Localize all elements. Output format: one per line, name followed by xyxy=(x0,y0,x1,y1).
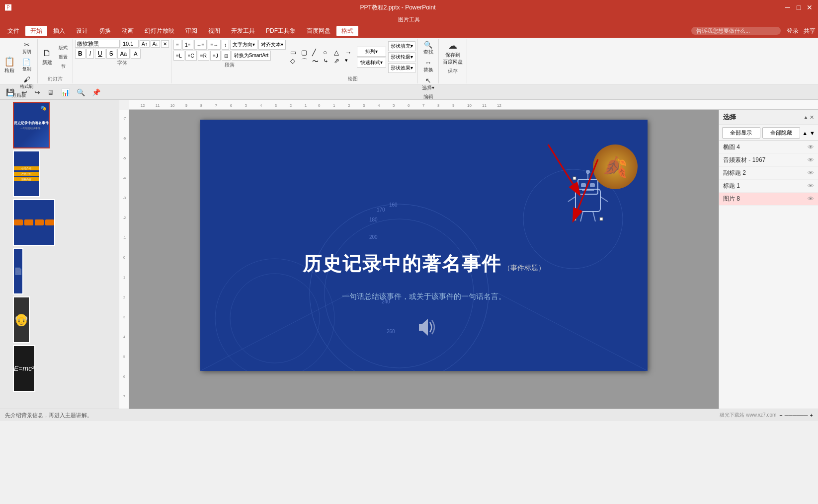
menu-review[interactable]: 审阅 xyxy=(180,26,202,36)
decrease-indent-button[interactable]: ←≡ xyxy=(194,40,207,50)
italic-button[interactable]: I xyxy=(86,49,94,59)
panel-close[interactable]: ✕ xyxy=(810,114,814,121)
eye-icon-ellipse[interactable]: 👁 xyxy=(808,144,814,151)
copy-button[interactable]: 📄复制 xyxy=(18,57,35,73)
panel-scroll-up[interactable]: ▲ xyxy=(803,114,809,121)
cut-button[interactable]: ✂剪切 xyxy=(18,40,35,56)
menu-pdf[interactable]: PDF工具集 xyxy=(261,26,301,36)
menu-home[interactable]: 开始 xyxy=(25,26,47,36)
slide-canvas[interactable]: 160 170 180 200 220 240 260 xyxy=(200,120,648,371)
save-button[interactable]: 💾 xyxy=(4,87,16,97)
autumn-image[interactable]: 🍂 xyxy=(593,144,638,189)
layout-button[interactable]: 版式 xyxy=(56,44,71,52)
font-size-decrease[interactable]: A↓ xyxy=(151,40,161,48)
shape-effect-button[interactable]: 形状效果▾ xyxy=(388,63,415,73)
close-button[interactable]: ✕ xyxy=(806,4,813,11)
subtitle-container[interactable]: 一句话总结该事件，或关于该事件的一句话名言。 xyxy=(200,292,648,301)
slide-thumbnail-2[interactable]: 公司介绍 产品介绍 涨薪内容 xyxy=(13,150,40,197)
menu-animation[interactable]: 动画 xyxy=(117,26,139,36)
smartart-button[interactable]: 转换为SmartArt xyxy=(232,51,271,61)
sel-item-audio[interactable]: 音频素材 - 1967 👁 xyxy=(719,154,818,167)
shape-rounded-rect[interactable]: ▢ xyxy=(301,49,311,56)
speaker-icon-container[interactable] xyxy=(411,315,436,341)
main-title-container[interactable]: 历史记录中的著名事件 （事件标题） xyxy=(200,251,648,277)
minimize-button[interactable]: ─ xyxy=(784,4,791,11)
reset-button[interactable]: 重置 xyxy=(56,53,71,62)
text-direction-button[interactable]: 文字方向▾ xyxy=(230,40,257,50)
login-link[interactable]: 登录 xyxy=(787,27,799,35)
underline-button[interactable]: U xyxy=(95,49,105,59)
shape-misc2[interactable]: ⌒ xyxy=(301,57,311,66)
shape-misc4[interactable]: ⤷ xyxy=(323,57,333,66)
chart-button[interactable]: 📊 xyxy=(59,87,72,97)
clear-format-button[interactable]: ✕ xyxy=(161,40,169,48)
sel-item-title[interactable]: 标题 1 👁 xyxy=(719,180,818,193)
increase-indent-button[interactable]: ≡→ xyxy=(208,40,221,50)
find-button[interactable]: 🔍查找 xyxy=(420,40,436,57)
bold-button[interactable]: B xyxy=(75,49,85,59)
shape-arrow[interactable]: → xyxy=(345,49,355,56)
share-link[interactable]: 共享 xyxy=(804,27,816,35)
slide-thumbnail-6[interactable]: E=mc² xyxy=(13,345,35,392)
replace-button[interactable]: ↔替换 xyxy=(420,58,436,74)
panel-sort-up[interactable]: ▲ xyxy=(802,127,808,139)
menu-transition[interactable]: 切换 xyxy=(94,26,116,36)
slide-thumbnail-3[interactable] xyxy=(13,199,55,246)
shape-more[interactable]: ▾ xyxy=(345,57,355,66)
align-right-button[interactable]: ≡R xyxy=(198,51,209,61)
align-text-button[interactable]: 对齐文本▾ xyxy=(258,40,286,50)
sel-item-image[interactable]: 图片 8 👁 xyxy=(719,193,818,206)
shape-oval[interactable]: ○ xyxy=(323,49,333,56)
shape-misc1[interactable]: ◇ xyxy=(290,57,300,66)
zoom-out-button[interactable]: − xyxy=(779,412,782,418)
accessibility-button[interactable]: 📌 xyxy=(90,87,102,97)
arrange-button[interactable]: 排列▾ xyxy=(357,47,386,57)
redo-button[interactable]: ↪ xyxy=(32,87,42,97)
zoom-button[interactable]: 🔍 xyxy=(75,87,87,97)
slide-thumbnail-1[interactable]: 历史记录中的著名事件 一句话总结该事件... 🎭 xyxy=(13,102,50,148)
hide-all-button[interactable]: 全部隐藏 xyxy=(762,127,801,139)
shape-line[interactable]: ╱ xyxy=(312,49,322,56)
section-button[interactable]: 节 xyxy=(56,63,71,71)
strikethrough-button[interactable]: S xyxy=(106,49,116,59)
select-button[interactable]: ↖选择▾ xyxy=(420,75,436,92)
numbering-button[interactable]: 1≡ xyxy=(182,40,193,50)
shape-rect[interactable]: ▭ xyxy=(290,49,300,56)
shape-misc3[interactable]: 〜 xyxy=(312,57,322,66)
shape-fill-button[interactable]: 形状填充▾ xyxy=(388,41,415,51)
present-button[interactable]: 🖥 xyxy=(45,87,56,97)
bullets-button[interactable]: ≡ xyxy=(173,40,181,50)
sel-item-ellipse[interactable]: 椭圆 4 👁 xyxy=(719,141,818,154)
slide-thumbnail-4[interactable]: 📄 xyxy=(13,248,23,294)
new-slide-button[interactable]: 🗋 新建 xyxy=(40,47,55,67)
justify-button[interactable]: ≡J xyxy=(210,51,221,61)
menu-insert[interactable]: 插入 xyxy=(48,26,70,36)
font-size-increase[interactable]: A↑ xyxy=(140,40,150,48)
show-all-button[interactable]: 全部显示 xyxy=(722,127,760,139)
menu-developer[interactable]: 开发工具 xyxy=(226,26,260,36)
font-color-button[interactable]: A xyxy=(131,49,140,59)
sel-item-subtitle[interactable]: 副标题 2 👁 xyxy=(719,167,818,180)
panel-sort-down[interactable]: ▼ xyxy=(810,127,815,139)
align-center-button[interactable]: ≡C xyxy=(185,51,197,61)
paste-button[interactable]: 📋 粘贴 xyxy=(2,56,17,75)
quick-style-button[interactable]: 快速样式▾ xyxy=(357,58,386,68)
font-size-input[interactable] xyxy=(121,40,139,48)
font-name-input[interactable] xyxy=(75,40,120,48)
font-case-button[interactable]: Aa xyxy=(117,49,130,59)
menu-file[interactable]: 文件 xyxy=(2,26,24,36)
shape-misc5[interactable]: ⇗ xyxy=(334,57,344,66)
save-baidu-button[interactable]: ☁ 保存到百度网盘 xyxy=(441,40,465,67)
eye-icon-image[interactable]: 👁 xyxy=(808,195,814,203)
align-left-button[interactable]: ≡L xyxy=(173,51,184,61)
shape-outline-button[interactable]: 形状轮廓▾ xyxy=(388,52,415,62)
undo-button[interactable]: ↩ xyxy=(19,87,29,97)
eye-icon-title[interactable]: 👁 xyxy=(808,182,814,190)
canvas-area[interactable]: 160 170 180 200 220 240 260 xyxy=(129,110,719,409)
slide-thumbnail-5[interactable]: 👴 xyxy=(13,296,30,343)
menu-design[interactable]: 设计 xyxy=(71,26,93,36)
search-input[interactable] xyxy=(691,27,781,35)
menu-format[interactable]: 格式 xyxy=(336,26,358,36)
eye-icon-subtitle[interactable]: 👁 xyxy=(808,169,814,177)
eye-icon-audio[interactable]: 👁 xyxy=(808,156,814,164)
